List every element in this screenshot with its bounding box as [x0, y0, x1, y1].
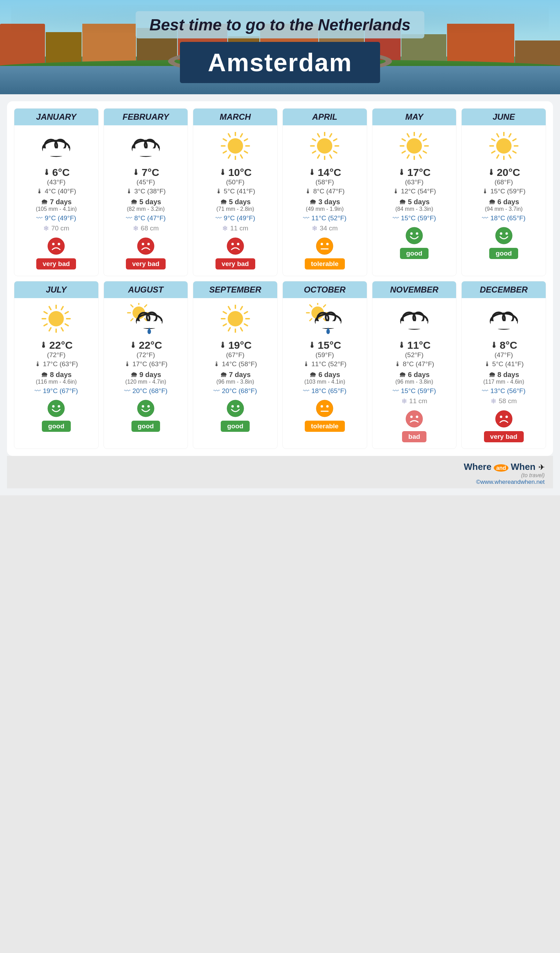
wave-icon: 〰	[213, 388, 220, 395]
svg-line-39	[318, 134, 319, 137]
thermometer-icon: 🌡	[219, 168, 227, 177]
svg-line-16	[244, 151, 248, 153]
weather-icon-container	[373, 130, 456, 161]
svg-point-79	[48, 311, 64, 326]
sea-temp: 20°C (68°F)	[133, 387, 168, 395]
sea-temp: 9°C (49°F)	[45, 214, 76, 222]
temp-low: 5°C (41°F)	[492, 360, 524, 368]
svg-point-5	[52, 243, 55, 245]
thermometer-low-icon: 🌡	[484, 360, 490, 368]
sea-temp: 8°C (47°F)	[134, 214, 166, 222]
svg-line-137	[323, 305, 326, 307]
rain-days: 6 days	[408, 371, 430, 379]
website-url: ©www.whereandwhen.net	[476, 479, 545, 485]
rating-area: tolerable	[283, 237, 367, 270]
wave-icon: 〰	[124, 388, 130, 395]
snow-row: ❄ 11 cm	[193, 224, 277, 233]
temp-high-row: 🌡 6°C	[14, 166, 98, 178]
month-name: NOVEMBER	[390, 285, 439, 294]
rain-row: 🌧 6 days	[462, 198, 546, 206]
rain-detail: (84 mm - 3.3in)	[373, 206, 456, 212]
svg-line-38	[313, 139, 316, 141]
svg-line-66	[509, 155, 511, 158]
svg-point-126	[227, 400, 244, 417]
rating-badge: good	[42, 421, 70, 432]
month-name: SEPTEMBER	[209, 285, 261, 294]
rating-badge: bad	[402, 431, 427, 442]
thermometer-low-icon: 🌡	[215, 188, 222, 195]
rain-detail: (71 mm - 2.8in)	[193, 206, 277, 212]
svg-line-122	[228, 306, 230, 310]
rain-days: 6 days	[498, 198, 519, 206]
rating-badge: good	[131, 421, 160, 432]
sea-temp: 15°C (59°F)	[401, 387, 436, 395]
snow-value: 11 cm	[230, 225, 248, 232]
svg-line-133	[310, 319, 312, 321]
month-header: AUGUST	[104, 281, 188, 298]
snow-row: ❄ 70 cm	[14, 224, 98, 233]
rain-cloud-icon: 🌧	[399, 371, 406, 379]
temp-low: 17°C (63°F)	[43, 360, 78, 368]
svg-line-22	[223, 139, 226, 141]
temp-low: 11°C (52°F)	[311, 360, 347, 368]
temp-high-row: 🌡 15°C	[283, 339, 367, 351]
svg-point-128	[237, 405, 239, 408]
rating-badge: very bad	[36, 258, 76, 270]
svg-point-146	[326, 405, 329, 408]
temp-high-f: (50°F)	[193, 178, 277, 186]
wave-icon: 〰	[215, 215, 222, 222]
brand-tagline: (to travel)	[521, 472, 545, 478]
snow-row: ❄ 58 cm	[462, 397, 546, 405]
snow-row: ❄ 11 cm	[373, 397, 456, 405]
snowflake-icon: ❄	[490, 397, 497, 405]
svg-line-69	[492, 151, 495, 153]
thermometer-icon: 🌡	[129, 341, 137, 350]
svg-point-43	[316, 238, 333, 255]
svg-line-19	[228, 155, 230, 158]
snowflake-icon: ❄	[401, 397, 407, 405]
svg-line-82	[61, 328, 63, 331]
thermometer-icon: 🌡	[308, 168, 316, 177]
rating-badge: very bad	[215, 258, 255, 270]
rain-cloud-icon: 🌧	[489, 371, 495, 379]
month-header: FEBRUARY	[104, 109, 188, 125]
wave-icon: 〰	[126, 215, 132, 222]
thermometer-low-icon: 🌡	[126, 188, 133, 195]
month-header: MARCH	[193, 109, 277, 125]
rain-days: 3 days	[319, 198, 340, 206]
rain-cloud-icon: 🌧	[489, 198, 495, 206]
thermometer-icon: 🌡	[308, 341, 316, 350]
svg-line-99	[131, 319, 133, 321]
svg-line-87	[44, 312, 47, 314]
svg-point-145	[321, 405, 323, 408]
svg-line-84	[49, 328, 51, 331]
svg-line-42	[334, 139, 337, 141]
wave-icon: 〰	[393, 388, 399, 395]
month-name: OCTOBER	[304, 285, 346, 294]
temp-low: 3°C (38°F)	[134, 188, 166, 195]
thermometer-low-icon: 🌡	[36, 188, 43, 195]
rain-detail: (96 mm - 3.8in)	[373, 379, 456, 385]
sea-row: 〰 18°C (65°F)	[462, 214, 546, 222]
month-name: JULY	[46, 285, 67, 294]
temp-high-row: 🌡 11°C	[373, 339, 456, 351]
month-header: NOVEMBER	[373, 281, 456, 298]
sea-temp: 18°C (65°F)	[490, 214, 526, 222]
month-name: FEBRUARY	[123, 112, 169, 121]
city-banner: Amsterdam	[180, 42, 380, 83]
svg-point-76	[495, 227, 512, 244]
svg-line-20	[223, 151, 226, 153]
rain-row: 🌧 6 days	[373, 371, 456, 379]
thermometer-low-icon: 🌡	[482, 188, 489, 195]
rain-days: 5 days	[229, 198, 251, 206]
svg-line-33	[330, 155, 332, 158]
month-card-january: JANUARY 🌡 6°C (43°F) 🌡 4°C (40°F) 🌧 7 da…	[14, 108, 99, 276]
rain-cloud-icon: 🌧	[41, 198, 48, 206]
sea-row: 〰 15°C (59°F)	[373, 387, 456, 395]
thermometer-low-icon: 🌡	[305, 188, 311, 195]
month-card-december: DECEMBER 🌡 8°C (47°F) 🌡 5°C (41°F) 🌧 8 d…	[461, 281, 546, 449]
svg-point-144	[316, 400, 333, 417]
snow-value: 70 cm	[51, 225, 70, 232]
rain-cloud-icon: 🌧	[220, 371, 227, 379]
sea-temp: 13°C (56°F)	[490, 387, 526, 395]
